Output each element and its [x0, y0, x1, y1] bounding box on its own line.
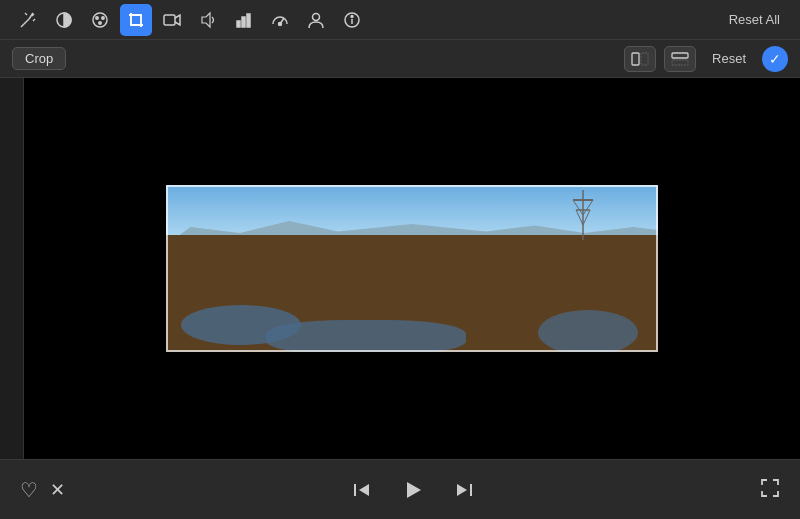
- play-svg: [402, 479, 424, 501]
- svg-marker-33: [359, 484, 369, 496]
- svg-point-17: [313, 13, 320, 20]
- crop-toolbar: Crop Reset ✓: [0, 40, 800, 78]
- playback-center: [345, 474, 481, 506]
- reject-button[interactable]: ✕: [50, 479, 65, 501]
- skip-forward-button[interactable]: [449, 474, 481, 506]
- letterbox-bottom: [166, 352, 658, 407]
- water-right: [538, 310, 638, 352]
- svg-rect-23: [672, 53, 688, 58]
- speed-icon[interactable]: [264, 4, 296, 36]
- svg-line-0: [21, 19, 29, 27]
- svg-point-7: [96, 16, 98, 18]
- svg-rect-14: [247, 14, 250, 27]
- palette-icon[interactable]: [84, 4, 116, 36]
- landscape-image: [166, 185, 658, 352]
- magic-wand-svg: [19, 11, 37, 29]
- crop-label: Crop: [12, 47, 66, 70]
- people-icon[interactable]: [300, 4, 332, 36]
- info-icon[interactable]: [336, 4, 368, 36]
- svg-rect-21: [632, 53, 639, 65]
- letterbox-top: [166, 130, 658, 185]
- playback-bar: ♡ ✕: [0, 459, 800, 519]
- svg-point-20: [351, 15, 353, 17]
- magic-wand-icon[interactable]: [12, 4, 44, 36]
- svg-marker-36: [457, 484, 467, 496]
- crop-reset-button[interactable]: Reset: [704, 47, 754, 70]
- power-tower: [568, 190, 598, 240]
- svg-rect-12: [237, 21, 240, 27]
- crop-tool-icon[interactable]: [120, 4, 152, 36]
- video-frame: [166, 130, 658, 407]
- svg-line-30: [576, 210, 583, 225]
- toolbar-icons: [12, 4, 368, 36]
- svg-marker-34: [407, 482, 421, 498]
- svg-line-2: [25, 13, 27, 15]
- color-adjust-icon[interactable]: [48, 4, 80, 36]
- marsh-ground: [166, 235, 658, 352]
- svg-point-16: [279, 22, 282, 25]
- palette-svg: [91, 11, 109, 29]
- speed-svg: [271, 11, 289, 29]
- svg-rect-24: [672, 60, 688, 65]
- svg-point-8: [102, 16, 104, 18]
- water-center: [266, 320, 466, 352]
- top-toolbar: Reset All: [0, 0, 800, 40]
- flip-vertical-button[interactable]: [664, 46, 696, 72]
- svg-point-9: [99, 21, 101, 23]
- flip-h-svg: [631, 52, 649, 66]
- heart-button[interactable]: ♡: [20, 478, 38, 502]
- histogram-svg: [235, 11, 253, 29]
- svg-line-28: [573, 200, 583, 215]
- flip-horizontal-button[interactable]: [624, 46, 656, 72]
- play-button[interactable]: [397, 474, 429, 506]
- video-icon[interactable]: [156, 4, 188, 36]
- reset-all-button[interactable]: Reset All: [721, 8, 788, 31]
- video-svg: [163, 11, 181, 29]
- tower-svg: [568, 190, 598, 240]
- svg-rect-10: [164, 15, 175, 25]
- svg-rect-22: [641, 53, 648, 65]
- playback-right: [760, 478, 780, 502]
- fullscreen-button[interactable]: [760, 478, 780, 502]
- audio-svg: [199, 11, 217, 29]
- histogram-icon[interactable]: [228, 4, 260, 36]
- svg-line-3: [33, 19, 35, 21]
- fullscreen-svg: [760, 478, 780, 498]
- left-sidebar: [0, 78, 24, 459]
- flip-v-svg: [671, 52, 689, 66]
- svg-rect-35: [470, 484, 472, 496]
- skip-back-button[interactable]: [345, 474, 377, 506]
- color-adjust-svg: [55, 11, 73, 29]
- svg-rect-13: [242, 17, 245, 27]
- info-svg: [343, 11, 361, 29]
- svg-marker-11: [202, 13, 210, 27]
- crop-toolbar-right: Reset ✓: [624, 46, 788, 72]
- svg-line-29: [583, 200, 593, 215]
- main-content: [0, 78, 800, 459]
- skip-back-svg: [351, 480, 371, 500]
- svg-rect-32: [354, 484, 356, 496]
- audio-icon[interactable]: [192, 4, 224, 36]
- done-button[interactable]: ✓: [762, 46, 788, 72]
- done-checkmark: ✓: [769, 51, 781, 67]
- preview-area: [24, 78, 800, 459]
- playback-left: ♡ ✕: [20, 478, 65, 502]
- people-svg: [307, 11, 325, 29]
- crop-tool-svg: [127, 11, 145, 29]
- skip-forward-svg: [455, 480, 475, 500]
- svg-line-31: [583, 210, 590, 225]
